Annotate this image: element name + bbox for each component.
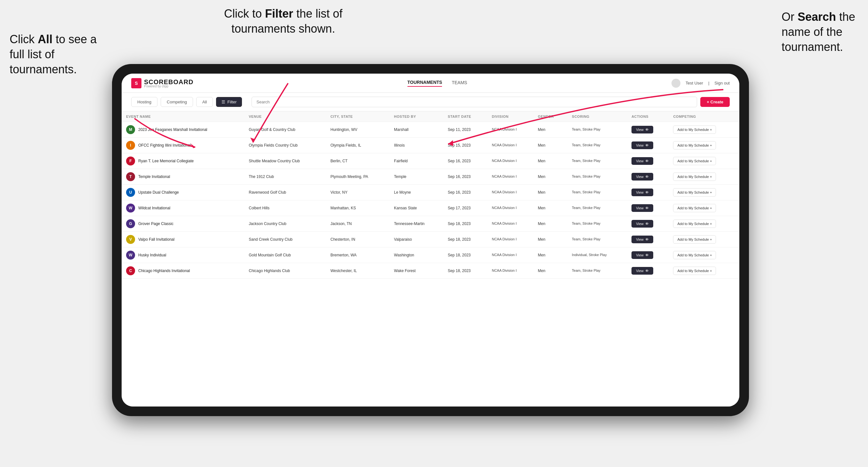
event-name-6: Grover Page Classic (138, 221, 174, 226)
cell-competing-6: Add to My Schedule + (669, 216, 739, 232)
view-button-0[interactable]: View 👁 (631, 126, 653, 133)
add-schedule-button-4[interactable]: Add to My Schedule + (673, 188, 716, 196)
top-bar: S SCOREBOARD Powered by clipp TOURNAMENT… (122, 73, 739, 93)
cell-scoring-5: Team, Stroke Play (567, 200, 627, 216)
tab-hosting[interactable]: Hosting (131, 97, 157, 107)
event-name-4: Upstate Dual Challenge (138, 190, 179, 195)
cell-scoring-8: Individual, Stroke Play (567, 247, 627, 263)
cell-hosted-2: Fairfield (390, 153, 443, 169)
cell-event-name-9: C Chicago Highlands Invitational (122, 263, 244, 279)
cell-hosted-8: Washington (390, 247, 443, 263)
view-eye-icon-9: 👁 (645, 269, 649, 273)
add-schedule-button-9[interactable]: Add to My Schedule + (673, 267, 716, 275)
cell-date-9: Sep 18, 2023 (443, 263, 488, 279)
cell-competing-8: Add to My Schedule + (669, 247, 739, 263)
cell-competing-3: Add to My Schedule + (669, 169, 739, 185)
top-right-bar: Test User | Sign out (672, 79, 730, 88)
tab-competing[interactable]: Competing (161, 97, 193, 107)
add-schedule-button-5[interactable]: Add to My Schedule + (673, 204, 716, 212)
add-schedule-button-1[interactable]: Add to My Schedule + (673, 141, 716, 150)
cell-competing-9: Add to My Schedule + (669, 263, 739, 279)
view-eye-icon-3: 👁 (645, 175, 649, 179)
cell-date-0: Sep 11, 2023 (443, 122, 488, 137)
annotation-topleft: Click All to see a full list of tourname… (9, 32, 99, 77)
table-row: C Chicago Highlands Invitational Chicago… (122, 263, 739, 279)
add-schedule-button-8[interactable]: Add to My Schedule + (673, 251, 716, 259)
cell-venue-6: Jackson Country Club (244, 216, 326, 232)
view-button-7[interactable]: View 👁 (631, 236, 653, 243)
cell-gender-7: Men (533, 232, 567, 247)
table-row: V Valpo Fall Invitational Sand Creek Cou… (122, 232, 739, 247)
logo-text-block: SCOREBOARD Powered by clipp (144, 79, 193, 88)
tab-all[interactable]: All (196, 97, 213, 107)
search-box (252, 97, 697, 107)
team-logo-7: V (126, 235, 135, 244)
view-button-4[interactable]: View 👁 (631, 189, 653, 196)
view-eye-icon-5: 👁 (645, 206, 649, 210)
cell-venue-5: Colbert Hills (244, 200, 326, 216)
cell-division-2: NCAA Division I (488, 153, 533, 169)
view-button-9[interactable]: View 👁 (631, 267, 653, 275)
cell-actions-2: View 👁 (627, 153, 669, 169)
filter-button[interactable]: ☰ Filter (216, 97, 242, 107)
cell-competing-7: Add to My Schedule + (669, 232, 739, 247)
add-schedule-button-0[interactable]: Add to My Schedule + (673, 125, 716, 134)
team-logo-4: U (126, 188, 135, 197)
add-schedule-button-7[interactable]: Add to My Schedule + (673, 235, 716, 244)
sign-out-link[interactable]: Sign out (714, 81, 730, 86)
view-button-5[interactable]: View 👁 (631, 204, 653, 212)
cell-date-3: Sep 16, 2023 (443, 169, 488, 185)
add-schedule-button-6[interactable]: Add to My Schedule + (673, 220, 716, 228)
view-button-8[interactable]: View 👁 (631, 251, 653, 259)
cell-gender-9: Men (533, 263, 567, 279)
cell-event-name-5: W Wildcat Invitational (122, 200, 244, 216)
cell-city-8: Bremerton, WA (326, 247, 390, 263)
nav-teams[interactable]: TEAMS (452, 80, 467, 86)
event-name-2: Ryan T. Lee Memorial Collegiate (138, 159, 194, 163)
tablet-screen: S SCOREBOARD Powered by clipp TOURNAMENT… (122, 73, 739, 406)
view-button-3[interactable]: View 👁 (631, 173, 653, 181)
divider: | (708, 81, 709, 86)
cell-city-3: Plymouth Meeting, PA (326, 169, 390, 185)
view-button-1[interactable]: View 👁 (631, 142, 653, 149)
cell-event-name-0: M 2023 Joe Feaganes Marshall Invitationa… (122, 122, 244, 137)
cell-venue-3: The 1912 Club (244, 169, 326, 185)
team-logo-0: M (126, 125, 135, 134)
cell-venue-8: Gold Mountain Golf Club (244, 247, 326, 263)
tournament-table-container: EVENT NAME VENUE CITY, STATE HOSTED BY S… (122, 112, 739, 406)
cell-event-name-7: V Valpo Fall Invitational (122, 232, 244, 247)
cell-venue-7: Sand Creek Country Club (244, 232, 326, 247)
add-schedule-button-2[interactable]: Add to My Schedule + (673, 157, 716, 165)
col-scoring: SCORING (567, 112, 627, 122)
team-logo-3: T (126, 172, 135, 181)
create-button[interactable]: + Create (700, 97, 730, 107)
cell-hosted-6: Tennessee-Martin (390, 216, 443, 232)
table-row: U Upstate Dual Challenge Ravenwood Golf … (122, 185, 739, 200)
top-nav: TOURNAMENTS TEAMS (407, 80, 467, 87)
cell-competing-4: Add to My Schedule + (669, 185, 739, 200)
cell-actions-8: View 👁 (627, 247, 669, 263)
search-input[interactable] (252, 97, 697, 107)
add-schedule-button-3[interactable]: Add to My Schedule + (673, 173, 716, 181)
view-button-6[interactable]: View 👁 (631, 220, 653, 227)
view-eye-icon-1: 👁 (645, 144, 649, 147)
cell-date-8: Sep 18, 2023 (443, 247, 488, 263)
col-city-state: CITY, STATE (326, 112, 390, 122)
cell-competing-5: Add to My Schedule + (669, 200, 739, 216)
view-button-2[interactable]: View 👁 (631, 157, 653, 165)
cell-city-2: Berlin, CT (326, 153, 390, 169)
cell-scoring-9: Team, Stroke Play (567, 263, 627, 279)
cell-hosted-4: Le Moyne (390, 185, 443, 200)
cell-hosted-0: Marshall (390, 122, 443, 137)
nav-tournaments[interactable]: TOURNAMENTS (407, 80, 442, 87)
cell-division-5: NCAA Division I (488, 200, 533, 216)
view-eye-icon-6: 👁 (645, 222, 649, 226)
cell-event-name-3: T Temple Invitational (122, 169, 244, 185)
cell-city-9: Westchester, IL (326, 263, 390, 279)
logo-area: S SCOREBOARD Powered by clipp (131, 78, 193, 88)
cell-gender-5: Men (533, 200, 567, 216)
cell-gender-0: Men (533, 122, 567, 137)
table-row: F Ryan T. Lee Memorial Collegiate Shuttl… (122, 153, 739, 169)
cell-competing-1: Add to My Schedule + (669, 137, 739, 153)
cell-scoring-7: Team, Stroke Play (567, 232, 627, 247)
